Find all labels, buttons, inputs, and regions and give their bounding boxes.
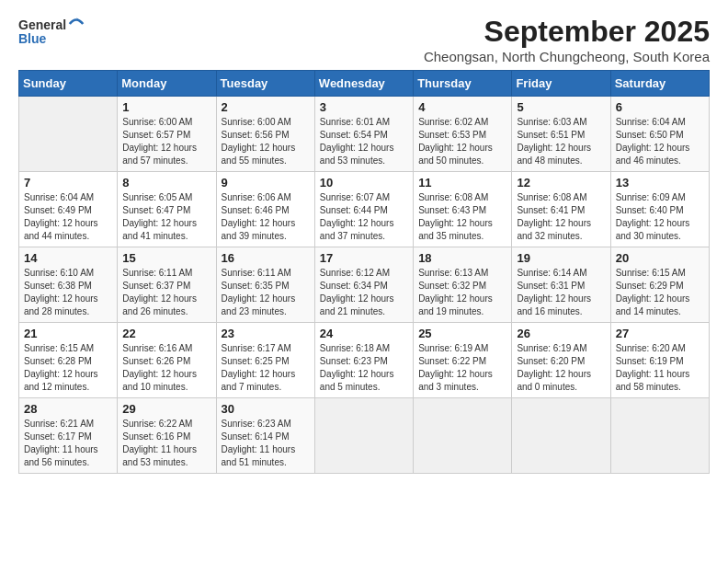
day-info: Sunrise: 6:11 AM Sunset: 6:35 PM Dayligh…	[222, 267, 310, 318]
day-info: Sunrise: 6:06 AM Sunset: 6:46 PM Dayligh…	[222, 191, 310, 243]
day-info: Sunrise: 6:05 AM Sunset: 6:47 PM Dayligh…	[122, 191, 210, 243]
day-number: 20	[616, 251, 704, 265]
header-tuesday: Tuesday	[216, 71, 314, 97]
day-info: Sunrise: 6:00 AM Sunset: 6:56 PM Dayligh…	[222, 116, 310, 167]
day-info: Sunrise: 6:14 AM Sunset: 6:31 PM Dayligh…	[517, 267, 605, 318]
header: General Blue September 2025 Cheongsan, N…	[18, 15, 710, 64]
logo-text: General Blue	[18, 18, 85, 47]
table-row	[414, 398, 512, 474]
header-thursday: Thursday	[414, 71, 512, 97]
day-number: 5	[517, 100, 605, 114]
logo-icon	[68, 16, 85, 32]
logo: General Blue	[18, 18, 85, 47]
day-number: 19	[517, 251, 605, 265]
day-number: 3	[320, 100, 408, 114]
header-wednesday: Wednesday	[314, 71, 413, 97]
table-row: 9Sunrise: 6:06 AM Sunset: 6:46 PM Daylig…	[216, 172, 314, 247]
table-row: 10Sunrise: 6:07 AM Sunset: 6:44 PM Dayli…	[314, 172, 413, 247]
title-area: September 2025 Cheongsan, North Chungche…	[424, 15, 710, 64]
table-row	[512, 398, 610, 474]
table-row: 28Sunrise: 6:21 AM Sunset: 6:17 PM Dayli…	[19, 398, 118, 474]
day-number: 29	[122, 402, 210, 416]
day-number: 7	[24, 176, 112, 190]
header-friday: Friday	[512, 71, 610, 97]
table-row: 4Sunrise: 6:02 AM Sunset: 6:53 PM Daylig…	[414, 97, 512, 172]
table-row: 15Sunrise: 6:11 AM Sunset: 6:37 PM Dayli…	[118, 247, 216, 323]
day-number: 16	[222, 251, 310, 265]
month-title: September 2025	[424, 15, 710, 49]
day-number: 27	[616, 327, 704, 340]
day-number: 28	[24, 402, 112, 416]
logo-general: General	[18, 18, 66, 32]
header-row: Sunday Monday Tuesday Wednesday Thursday…	[19, 71, 710, 97]
table-row: 12Sunrise: 6:08 AM Sunset: 6:41 PM Dayli…	[512, 172, 610, 247]
table-row: 24Sunrise: 6:18 AM Sunset: 6:23 PM Dayli…	[314, 323, 413, 398]
day-number: 12	[517, 176, 605, 190]
table-row: 11Sunrise: 6:08 AM Sunset: 6:43 PM Dayli…	[414, 172, 512, 247]
header-sunday: Sunday	[19, 71, 118, 97]
day-number: 13	[616, 176, 704, 190]
calendar-week-row: 28Sunrise: 6:21 AM Sunset: 6:17 PM Dayli…	[19, 398, 710, 474]
day-number: 10	[320, 176, 408, 190]
day-number: 1	[122, 100, 210, 114]
day-info: Sunrise: 6:11 AM Sunset: 6:37 PM Dayligh…	[122, 267, 210, 318]
day-info: Sunrise: 6:15 AM Sunset: 6:28 PM Dayligh…	[24, 342, 112, 394]
day-info: Sunrise: 6:07 AM Sunset: 6:44 PM Dayligh…	[320, 191, 408, 243]
table-row: 17Sunrise: 6:12 AM Sunset: 6:34 PM Dayli…	[314, 247, 413, 323]
table-row: 13Sunrise: 6:09 AM Sunset: 6:40 PM Dayli…	[610, 172, 709, 247]
table-row: 1Sunrise: 6:00 AM Sunset: 6:57 PM Daylig…	[118, 97, 216, 172]
table-row: 23Sunrise: 6:17 AM Sunset: 6:25 PM Dayli…	[216, 323, 314, 398]
table-row: 30Sunrise: 6:23 AM Sunset: 6:14 PM Dayli…	[216, 398, 314, 474]
table-row: 14Sunrise: 6:10 AM Sunset: 6:38 PM Dayli…	[19, 247, 118, 323]
table-row: 21Sunrise: 6:15 AM Sunset: 6:28 PM Dayli…	[19, 323, 118, 398]
header-saturday: Saturday	[610, 71, 709, 97]
location-subtitle: Cheongsan, North Chungcheong, South Kore…	[424, 49, 710, 64]
header-monday: Monday	[118, 71, 216, 97]
day-number: 25	[418, 327, 506, 340]
day-info: Sunrise: 6:21 AM Sunset: 6:17 PM Dayligh…	[24, 418, 112, 469]
table-row: 5Sunrise: 6:03 AM Sunset: 6:51 PM Daylig…	[512, 97, 610, 172]
day-number: 15	[122, 251, 210, 265]
calendar-week-row: 14Sunrise: 6:10 AM Sunset: 6:38 PM Dayli…	[19, 247, 710, 323]
day-number: 18	[418, 251, 506, 265]
day-info: Sunrise: 6:17 AM Sunset: 6:25 PM Dayligh…	[222, 342, 310, 394]
day-number: 22	[122, 327, 210, 340]
day-number: 9	[222, 176, 310, 190]
day-info: Sunrise: 6:04 AM Sunset: 6:49 PM Dayligh…	[24, 191, 112, 243]
table-row: 16Sunrise: 6:11 AM Sunset: 6:35 PM Dayli…	[216, 247, 314, 323]
day-number: 2	[222, 100, 310, 114]
logo-blue: Blue	[18, 32, 85, 46]
day-info: Sunrise: 6:09 AM Sunset: 6:40 PM Dayligh…	[616, 191, 704, 243]
table-row: 29Sunrise: 6:22 AM Sunset: 6:16 PM Dayli…	[118, 398, 216, 474]
calendar-week-row: 1Sunrise: 6:00 AM Sunset: 6:57 PM Daylig…	[19, 97, 710, 172]
table-row: 6Sunrise: 6:04 AM Sunset: 6:50 PM Daylig…	[610, 97, 709, 172]
day-info: Sunrise: 6:03 AM Sunset: 6:51 PM Dayligh…	[517, 116, 605, 167]
table-row	[19, 97, 118, 172]
table-row: 2Sunrise: 6:00 AM Sunset: 6:56 PM Daylig…	[216, 97, 314, 172]
day-info: Sunrise: 6:01 AM Sunset: 6:54 PM Dayligh…	[320, 116, 408, 167]
table-row: 8Sunrise: 6:05 AM Sunset: 6:47 PM Daylig…	[118, 172, 216, 247]
day-info: Sunrise: 6:15 AM Sunset: 6:29 PM Dayligh…	[616, 267, 704, 318]
table-row: 22Sunrise: 6:16 AM Sunset: 6:26 PM Dayli…	[118, 323, 216, 398]
table-row	[610, 398, 709, 474]
day-number: 24	[320, 327, 408, 340]
day-number: 26	[517, 327, 605, 340]
day-info: Sunrise: 6:00 AM Sunset: 6:57 PM Dayligh…	[122, 116, 210, 167]
table-row: 20Sunrise: 6:15 AM Sunset: 6:29 PM Dayli…	[610, 247, 709, 323]
day-info: Sunrise: 6:10 AM Sunset: 6:38 PM Dayligh…	[24, 267, 112, 318]
day-info: Sunrise: 6:18 AM Sunset: 6:23 PM Dayligh…	[320, 342, 408, 394]
day-info: Sunrise: 6:08 AM Sunset: 6:41 PM Dayligh…	[517, 191, 605, 243]
day-number: 17	[320, 251, 408, 265]
calendar-week-row: 21Sunrise: 6:15 AM Sunset: 6:28 PM Dayli…	[19, 323, 710, 398]
day-info: Sunrise: 6:16 AM Sunset: 6:26 PM Dayligh…	[122, 342, 210, 394]
day-info: Sunrise: 6:22 AM Sunset: 6:16 PM Dayligh…	[122, 418, 210, 469]
day-number: 8	[122, 176, 210, 190]
day-number: 14	[24, 251, 112, 265]
day-number: 11	[418, 176, 506, 190]
day-info: Sunrise: 6:12 AM Sunset: 6:34 PM Dayligh…	[320, 267, 408, 318]
table-row: 3Sunrise: 6:01 AM Sunset: 6:54 PM Daylig…	[314, 97, 413, 172]
day-info: Sunrise: 6:23 AM Sunset: 6:14 PM Dayligh…	[222, 418, 310, 469]
day-info: Sunrise: 6:08 AM Sunset: 6:43 PM Dayligh…	[418, 191, 506, 243]
day-info: Sunrise: 6:20 AM Sunset: 6:19 PM Dayligh…	[616, 342, 704, 394]
day-info: Sunrise: 6:19 AM Sunset: 6:22 PM Dayligh…	[418, 342, 506, 394]
